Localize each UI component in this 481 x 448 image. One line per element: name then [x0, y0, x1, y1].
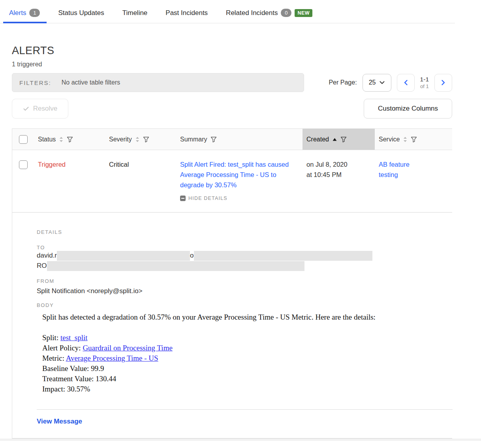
- per-page-label: Per Page:: [329, 79, 357, 86]
- collapse-minus-icon: [180, 196, 186, 201]
- column-header-status[interactable]: Status: [34, 129, 105, 150]
- tab-past-incidents[interactable]: Past Incidents: [165, 9, 208, 23]
- from-label: FROM: [37, 278, 452, 284]
- tab-timeline[interactable]: Timeline: [122, 9, 148, 23]
- filters-bar: FILTERS: No active table filters: [12, 73, 304, 92]
- field-value: 30.57%: [67, 385, 90, 393]
- tab-alerts[interactable]: Alerts 1: [9, 9, 40, 23]
- per-page-select[interactable]: 25: [363, 74, 391, 92]
- chevron-right-icon: [442, 80, 445, 85]
- field-value: 99.9: [91, 364, 104, 373]
- email-field-metric: Metric: Average Processing Time - US: [42, 353, 452, 363]
- created-date: on Jul 8, 2020: [306, 159, 371, 169]
- alert-details-panel: DETAILS TO david.ro RO FROM Split Notifi…: [12, 212, 452, 438]
- to-address-fragment: o: [190, 250, 194, 261]
- column-header-summary[interactable]: Summary: [176, 129, 303, 150]
- filters-label: FILTERS:: [19, 79, 51, 86]
- filters-value: No active table filters: [62, 79, 120, 86]
- divider: [37, 409, 453, 410]
- resolve-button-label: Resolve: [33, 105, 57, 113]
- to-label: TO: [37, 245, 452, 250]
- to-address-fragment: RO: [37, 261, 47, 271]
- sort-icon[interactable]: [59, 137, 63, 142]
- status-column-label: Status: [38, 136, 56, 143]
- alerts-count-badge: 1: [29, 9, 40, 17]
- alerts-table: Status Severity Summary Created: [12, 128, 452, 439]
- column-header-service[interactable]: Service: [375, 129, 452, 150]
- filter-icon[interactable]: [143, 136, 149, 143]
- service-link[interactable]: AB feature testing: [379, 159, 420, 180]
- chevron-left-icon: [404, 80, 408, 85]
- email-body: Split has detected a degradation of 30.5…: [42, 312, 452, 394]
- new-badge: NEW: [295, 9, 312, 17]
- page-indicator: 1-1 of 1: [420, 75, 429, 90]
- table-row: Triggered Critical Split Alert Fired: te…: [12, 150, 452, 212]
- created-time: at 10:45 PM: [306, 169, 371, 180]
- field-label: Impact:: [42, 385, 65, 393]
- view-message-link[interactable]: View Message: [37, 418, 82, 425]
- select-all-checkbox[interactable]: [19, 135, 28, 144]
- hide-details-toggle[interactable]: HIDE DETAILS: [180, 193, 299, 203]
- next-page-button[interactable]: [434, 74, 452, 92]
- hide-details-label: HIDE DETAILS: [188, 193, 227, 203]
- tab-alerts-label: Alerts: [9, 9, 26, 17]
- details-section-label: DETAILS: [37, 229, 452, 235]
- from-value: Split Notification <noreply@split.io>: [37, 287, 452, 295]
- row-checkbox[interactable]: [19, 160, 28, 169]
- column-header-severity[interactable]: Severity: [105, 129, 176, 150]
- page-background-strip: [0, 439, 481, 441]
- split-link[interactable]: test_split: [60, 333, 88, 342]
- to-recipients-line1: david.ro: [37, 250, 452, 261]
- field-label: Treatment Value:: [42, 375, 94, 383]
- severity-value: Critical: [109, 161, 129, 168]
- email-field-treatment: Treatment Value: 130.44: [42, 374, 452, 384]
- to-recipients-line2: RO: [37, 261, 452, 271]
- email-field-baseline: Baseline Value: 99.9: [42, 363, 452, 374]
- service-column-label: Service: [379, 136, 400, 143]
- page-total: of 1: [420, 83, 429, 90]
- field-label: Alert Policy:: [42, 344, 81, 352]
- sort-asc-icon[interactable]: [333, 138, 337, 141]
- filter-icon[interactable]: [340, 136, 347, 143]
- to-address-fragment: david.r: [37, 250, 57, 261]
- summary-column-label: Summary: [180, 136, 207, 143]
- field-label: Split:: [42, 333, 58, 342]
- metric-link[interactable]: Average Processing Time - US: [66, 354, 158, 362]
- prev-page-button[interactable]: [397, 74, 415, 92]
- redaction-bar: [194, 251, 372, 261]
- tab-bar: Alerts 1 Status Updates Timeline Past In…: [0, 0, 455, 23]
- field-label: Baseline Value:: [42, 364, 89, 373]
- tab-status-updates[interactable]: Status Updates: [58, 9, 104, 23]
- resolve-button[interactable]: Resolve: [12, 99, 68, 119]
- tab-status-updates-label: Status Updates: [58, 9, 104, 17]
- sort-icon[interactable]: [403, 137, 407, 142]
- email-field-impact: Impact: 30.57%: [42, 384, 452, 394]
- table-header-row: Status Severity Summary Created: [12, 128, 452, 150]
- filter-icon[interactable]: [411, 136, 417, 143]
- filter-icon[interactable]: [67, 136, 73, 143]
- tab-related-incidents[interactable]: Related Incidents 0 NEW: [226, 9, 312, 23]
- email-intro: Split has detected a degradation of 30.5…: [42, 312, 452, 322]
- alert-summary-link[interactable]: Split Alert Fired: test_split has caused…: [180, 159, 295, 190]
- checkmark-icon: [23, 105, 29, 112]
- field-label: Metric:: [42, 354, 64, 362]
- page-title: ALERTS: [12, 45, 481, 57]
- tab-related-incidents-label: Related Incidents: [226, 9, 278, 17]
- tab-timeline-label: Timeline: [122, 9, 148, 17]
- alert-policy-link[interactable]: Guardrail on Processing Time: [83, 344, 172, 352]
- customize-columns-button[interactable]: Customize Columns: [364, 99, 452, 119]
- status-value: Triggered: [38, 161, 66, 168]
- customize-columns-label: Customize Columns: [378, 105, 438, 113]
- triggered-count: 1 triggered: [12, 61, 481, 68]
- column-header-created[interactable]: Created: [303, 129, 375, 150]
- created-column-label: Created: [306, 136, 329, 143]
- severity-column-label: Severity: [109, 136, 132, 143]
- related-incidents-count-badge: 0: [281, 9, 291, 17]
- per-page-value: 25: [369, 79, 376, 86]
- page-range: 1-1: [420, 75, 429, 83]
- sort-icon[interactable]: [135, 137, 139, 142]
- email-field-alert-policy: Alert Policy: Guardrail on Processing Ti…: [42, 343, 452, 353]
- email-field-split: Split: test_split: [42, 333, 452, 343]
- filter-icon[interactable]: [210, 136, 217, 143]
- redaction-bar: [47, 261, 304, 271]
